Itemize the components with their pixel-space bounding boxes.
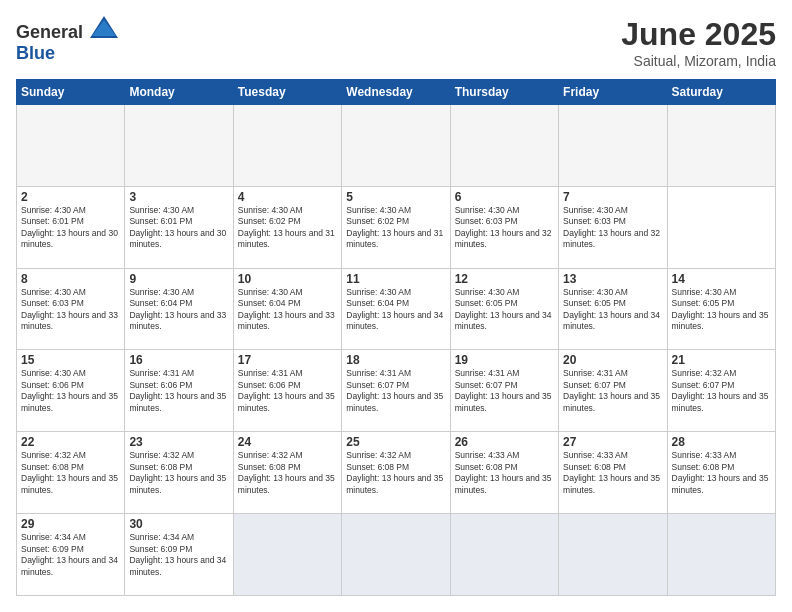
day-number: 22 <box>21 435 120 449</box>
page: General Blue June 2025 Saitual, Mizoram,… <box>0 0 792 612</box>
day-number: 21 <box>672 353 771 367</box>
calendar-day-cell: 10Sunrise: 4:30 AMSunset: 6:04 PMDayligh… <box>233 268 341 350</box>
logo: General Blue <box>16 16 118 64</box>
day-info: Sunrise: 4:31 AMSunset: 6:07 PMDaylight:… <box>455 368 554 414</box>
day-number: 13 <box>563 272 662 286</box>
logo-text: General Blue <box>16 16 118 64</box>
day-info: Sunrise: 4:30 AMSunset: 6:03 PMDaylight:… <box>563 205 662 251</box>
calendar-day-cell: 21Sunrise: 4:32 AMSunset: 6:07 PMDayligh… <box>667 350 775 432</box>
day-number: 20 <box>563 353 662 367</box>
calendar-day-cell: 12Sunrise: 4:30 AMSunset: 6:05 PMDayligh… <box>450 268 558 350</box>
calendar-day-cell <box>342 514 450 596</box>
calendar-day-cell <box>125 105 233 187</box>
calendar-day-cell: 22Sunrise: 4:32 AMSunset: 6:08 PMDayligh… <box>17 432 125 514</box>
calendar-day-cell: 4Sunrise: 4:30 AMSunset: 6:02 PMDaylight… <box>233 186 341 268</box>
calendar-day-cell: 5Sunrise: 4:30 AMSunset: 6:02 PMDaylight… <box>342 186 450 268</box>
calendar-day-cell: 11Sunrise: 4:30 AMSunset: 6:04 PMDayligh… <box>342 268 450 350</box>
day-number: 29 <box>21 517 120 531</box>
day-number: 2 <box>21 190 120 204</box>
calendar-day-header: Wednesday <box>342 80 450 105</box>
day-number: 25 <box>346 435 445 449</box>
day-number: 26 <box>455 435 554 449</box>
header: General Blue June 2025 Saitual, Mizoram,… <box>16 16 776 69</box>
calendar-day-cell: 8Sunrise: 4:30 AMSunset: 6:03 PMDaylight… <box>17 268 125 350</box>
day-info: Sunrise: 4:30 AMSunset: 6:01 PMDaylight:… <box>21 205 120 251</box>
day-info: Sunrise: 4:31 AMSunset: 6:06 PMDaylight:… <box>238 368 337 414</box>
day-info: Sunrise: 4:30 AMSunset: 6:05 PMDaylight:… <box>455 287 554 333</box>
calendar-table: SundayMondayTuesdayWednesdayThursdayFrid… <box>16 79 776 596</box>
day-info: Sunrise: 4:30 AMSunset: 6:06 PMDaylight:… <box>21 368 120 414</box>
calendar-day-cell: 7Sunrise: 4:30 AMSunset: 6:03 PMDaylight… <box>559 186 667 268</box>
calendar-day-cell: 3Sunrise: 4:30 AMSunset: 6:01 PMDaylight… <box>125 186 233 268</box>
day-info: Sunrise: 4:30 AMSunset: 6:02 PMDaylight:… <box>346 205 445 251</box>
calendar-day-cell: 30Sunrise: 4:34 AMSunset: 6:09 PMDayligh… <box>125 514 233 596</box>
calendar-day-cell <box>342 105 450 187</box>
day-info: Sunrise: 4:30 AMSunset: 6:05 PMDaylight:… <box>563 287 662 333</box>
day-info: Sunrise: 4:30 AMSunset: 6:05 PMDaylight:… <box>672 287 771 333</box>
day-number: 10 <box>238 272 337 286</box>
calendar-day-cell: 23Sunrise: 4:32 AMSunset: 6:08 PMDayligh… <box>125 432 233 514</box>
day-number: 16 <box>129 353 228 367</box>
day-info: Sunrise: 4:32 AMSunset: 6:08 PMDaylight:… <box>346 450 445 496</box>
day-number: 18 <box>346 353 445 367</box>
day-info: Sunrise: 4:30 AMSunset: 6:04 PMDaylight:… <box>238 287 337 333</box>
day-info: Sunrise: 4:31 AMSunset: 6:07 PMDaylight:… <box>563 368 662 414</box>
calendar-day-header: Monday <box>125 80 233 105</box>
calendar-day-cell <box>559 514 667 596</box>
calendar-day-header: Tuesday <box>233 80 341 105</box>
day-info: Sunrise: 4:33 AMSunset: 6:08 PMDaylight:… <box>563 450 662 496</box>
calendar-day-cell: 6Sunrise: 4:30 AMSunset: 6:03 PMDaylight… <box>450 186 558 268</box>
day-info: Sunrise: 4:30 AMSunset: 6:03 PMDaylight:… <box>21 287 120 333</box>
calendar-day-cell: 20Sunrise: 4:31 AMSunset: 6:07 PMDayligh… <box>559 350 667 432</box>
calendar-day-cell <box>559 105 667 187</box>
calendar-day-cell <box>233 514 341 596</box>
day-info: Sunrise: 4:31 AMSunset: 6:07 PMDaylight:… <box>346 368 445 414</box>
calendar-day-cell: 13Sunrise: 4:30 AMSunset: 6:05 PMDayligh… <box>559 268 667 350</box>
calendar-day-cell: 25Sunrise: 4:32 AMSunset: 6:08 PMDayligh… <box>342 432 450 514</box>
day-info: Sunrise: 4:32 AMSunset: 6:08 PMDaylight:… <box>129 450 228 496</box>
day-info: Sunrise: 4:30 AMSunset: 6:02 PMDaylight:… <box>238 205 337 251</box>
day-number: 30 <box>129 517 228 531</box>
calendar-day-header: Thursday <box>450 80 558 105</box>
logo-general: General <box>16 22 83 42</box>
day-number: 8 <box>21 272 120 286</box>
day-number: 23 <box>129 435 228 449</box>
svg-marker-1 <box>92 20 116 36</box>
day-info: Sunrise: 4:30 AMSunset: 6:03 PMDaylight:… <box>455 205 554 251</box>
day-number: 28 <box>672 435 771 449</box>
calendar-day-cell: 28Sunrise: 4:33 AMSunset: 6:08 PMDayligh… <box>667 432 775 514</box>
day-number: 11 <box>346 272 445 286</box>
day-info: Sunrise: 4:30 AMSunset: 6:04 PMDaylight:… <box>346 287 445 333</box>
day-number: 9 <box>129 272 228 286</box>
calendar-day-cell <box>17 105 125 187</box>
month-title: June 2025 <box>621 16 776 53</box>
day-info: Sunrise: 4:32 AMSunset: 6:07 PMDaylight:… <box>672 368 771 414</box>
day-number: 12 <box>455 272 554 286</box>
calendar-week-row <box>17 105 776 187</box>
calendar-day-cell: 9Sunrise: 4:30 AMSunset: 6:04 PMDaylight… <box>125 268 233 350</box>
day-number: 17 <box>238 353 337 367</box>
calendar-day-cell <box>450 514 558 596</box>
logo-blue: Blue <box>16 43 55 63</box>
title-block: June 2025 Saitual, Mizoram, India <box>621 16 776 69</box>
calendar-day-cell <box>233 105 341 187</box>
calendar-day-header: Saturday <box>667 80 775 105</box>
calendar-day-cell: 17Sunrise: 4:31 AMSunset: 6:06 PMDayligh… <box>233 350 341 432</box>
calendar-day-cell <box>450 105 558 187</box>
day-info: Sunrise: 4:30 AMSunset: 6:04 PMDaylight:… <box>129 287 228 333</box>
calendar-day-cell: 15Sunrise: 4:30 AMSunset: 6:06 PMDayligh… <box>17 350 125 432</box>
day-info: Sunrise: 4:33 AMSunset: 6:08 PMDaylight:… <box>455 450 554 496</box>
calendar-week-row: 8Sunrise: 4:30 AMSunset: 6:03 PMDaylight… <box>17 268 776 350</box>
calendar-week-row: 15Sunrise: 4:30 AMSunset: 6:06 PMDayligh… <box>17 350 776 432</box>
day-number: 6 <box>455 190 554 204</box>
day-info: Sunrise: 4:33 AMSunset: 6:08 PMDaylight:… <box>672 450 771 496</box>
day-info: Sunrise: 4:32 AMSunset: 6:08 PMDaylight:… <box>238 450 337 496</box>
calendar-day-cell: 19Sunrise: 4:31 AMSunset: 6:07 PMDayligh… <box>450 350 558 432</box>
day-number: 3 <box>129 190 228 204</box>
calendar-day-cell: 2Sunrise: 4:30 AMSunset: 6:01 PMDaylight… <box>17 186 125 268</box>
day-info: Sunrise: 4:31 AMSunset: 6:06 PMDaylight:… <box>129 368 228 414</box>
day-number: 14 <box>672 272 771 286</box>
day-info: Sunrise: 4:30 AMSunset: 6:01 PMDaylight:… <box>129 205 228 251</box>
calendar-day-header: Friday <box>559 80 667 105</box>
day-info: Sunrise: 4:34 AMSunset: 6:09 PMDaylight:… <box>129 532 228 578</box>
